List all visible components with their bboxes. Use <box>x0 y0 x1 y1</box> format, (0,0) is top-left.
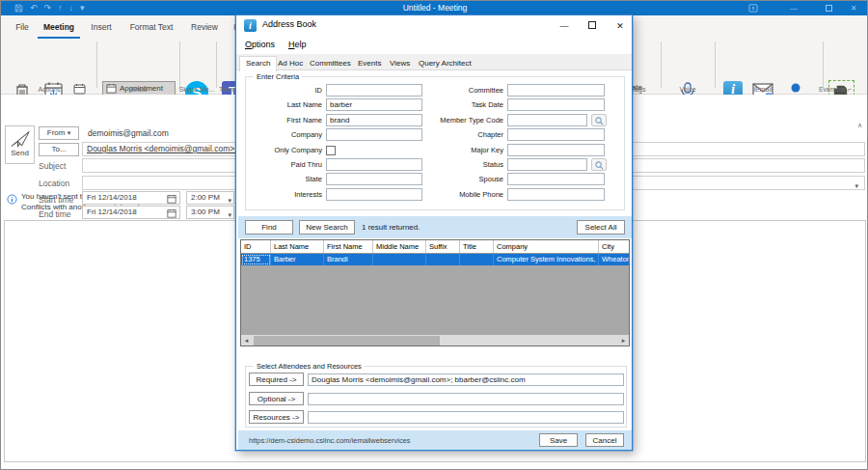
only-company-checkbox[interactable] <box>326 146 336 155</box>
status-lookup-button[interactable] <box>591 158 607 171</box>
tab-file[interactable]: File <box>9 15 36 39</box>
col-city[interactable]: City <box>599 240 629 253</box>
id-label: ID <box>248 84 322 97</box>
save-button[interactable]: Save <box>539 433 578 447</box>
col-last-name[interactable]: Last Name <box>271 240 324 253</box>
tab-review[interactable]: Review <box>186 15 223 39</box>
search-icon <box>595 117 604 125</box>
cell-last-name[interactable]: Barber <box>271 254 324 265</box>
cell-title[interactable] <box>460 254 494 265</box>
cell-middle-name[interactable] <box>373 254 426 265</box>
date-picker-icon[interactable] <box>167 194 176 204</box>
spouse-input[interactable] <box>507 173 605 185</box>
from-button[interactable]: From ▾ <box>39 126 79 140</box>
tab-meeting[interactable]: Meeting <box>38 15 80 39</box>
col-company[interactable]: Company <box>494 240 599 253</box>
tab-committees[interactable]: Committees <box>304 57 357 71</box>
state-input[interactable] <box>326 173 422 185</box>
mobile-phone-input[interactable] <box>507 188 605 201</box>
results-header-row: ID Last Name First Name Middle Name Suff… <box>241 240 629 254</box>
group-label-evernote: Evernote ⌐ <box>813 86 857 93</box>
status-input[interactable] <box>507 158 587 171</box>
ribbon-divider <box>715 41 716 88</box>
ribbon-display-options-icon[interactable] <box>746 1 761 15</box>
chapter-input[interactable] <box>507 128 605 141</box>
optional-input[interactable] <box>308 393 624 405</box>
cell-suffix[interactable] <box>426 254 460 265</box>
start-time-field[interactable]: 2:00 PM ▾ <box>186 191 234 205</box>
col-id[interactable]: ID <box>241 240 271 253</box>
tab-views[interactable]: Views <box>384 57 416 71</box>
dialog-title: Address Book <box>262 19 316 29</box>
end-date-field[interactable]: Fri 12/14/2018 <box>82 206 180 219</box>
end-time-field[interactable]: 3:00 PM ▾ <box>186 206 234 219</box>
location-dropdown-icon[interactable]: ▾ <box>854 180 858 190</box>
minimize-icon[interactable]: — <box>786 1 801 15</box>
address-book-dialog: i Address Book — ✕ Options Help Search A… <box>235 14 633 451</box>
search-icon <box>595 161 604 170</box>
mobile-phone-label: Mobile Phone <box>433 188 503 201</box>
required-button[interactable]: Required -> <box>249 373 304 386</box>
subject-label: Subject <box>39 161 66 171</box>
optional-button[interactable]: Optional -> <box>249 392 304 405</box>
new-search-button[interactable]: New Search <box>299 220 355 235</box>
major-key-input[interactable] <box>507 144 605 156</box>
last-name-input[interactable] <box>326 98 422 111</box>
find-strip <box>238 216 632 238</box>
member-type-code-input[interactable] <box>507 114 587 126</box>
resources-button[interactable]: Resources -> <box>249 410 304 424</box>
scroll-left-icon[interactable]: ◂ <box>241 335 252 346</box>
company-input[interactable] <box>326 128 422 141</box>
resources-input[interactable] <box>308 411 624 424</box>
dialog-launcher-icon[interactable]: ⌐ <box>848 86 852 93</box>
find-button[interactable]: Find <box>245 220 293 235</box>
dialog-titlebar: i Address Book — ✕ <box>236 15 632 37</box>
cancel-button[interactable]: Cancel <box>585 433 624 447</box>
horizontal-scrollbar[interactable]: ◂ ▸ <box>241 335 629 346</box>
cell-first-name[interactable]: Brandi <box>324 254 373 265</box>
task-date-label: Task Date <box>433 98 503 111</box>
required-input[interactable] <box>308 373 624 386</box>
tab-query-architect[interactable]: Query Architect <box>413 57 477 71</box>
dialog-minimize-icon[interactable]: — <box>552 15 577 37</box>
menu-help[interactable]: Help <box>288 40 307 49</box>
maximize-icon[interactable] <box>821 1 836 15</box>
scroll-right-icon[interactable]: ▸ <box>618 335 629 346</box>
member-type-code-lookup-button[interactable] <box>591 114 607 126</box>
date-picker-icon[interactable] <box>167 208 176 218</box>
group-label-voice: Voice <box>665 86 711 93</box>
cell-city[interactable]: Wheaton <box>599 254 629 265</box>
tab-insert[interactable]: Insert <box>86 15 117 39</box>
col-middle-name[interactable]: Middle Name <box>373 240 426 253</box>
start-date-field[interactable]: Fri 12/14/2018 <box>82 191 180 205</box>
ribbon-divider <box>96 41 97 88</box>
cell-company[interactable]: Computer System Innovations, Inc. <box>494 254 599 265</box>
scrollbar-thumb[interactable] <box>254 336 440 346</box>
id-input[interactable] <box>326 84 422 97</box>
dialog-maximize-icon[interactable] <box>580 15 605 37</box>
chapter-label: Chapter <box>433 128 503 141</box>
col-title[interactable]: Title <box>460 240 494 253</box>
committee-input[interactable] <box>507 84 605 97</box>
col-first-name[interactable]: First Name <box>324 240 373 253</box>
result-row-selected[interactable]: 1375 Barber Brandi Computer System Innov… <box>241 254 629 265</box>
tab-format-text[interactable]: Format Text <box>122 15 180 39</box>
task-date-input[interactable] <box>507 98 605 111</box>
cell-id[interactable]: 1375 <box>241 254 271 265</box>
select-all-button[interactable]: Select All <box>577 220 625 235</box>
info-icon <box>7 194 17 205</box>
first-name-label: First Name <box>248 114 322 126</box>
close-icon[interactable]: ✕ <box>846 1 861 15</box>
first-name-input[interactable] <box>326 114 422 126</box>
enter-criteria-legend: Enter Criteria <box>254 72 302 81</box>
interests-input[interactable] <box>326 188 422 201</box>
window-title: Untitled - Meeting <box>1 1 868 15</box>
tab-events[interactable]: Events <box>352 57 387 71</box>
send-button[interactable]: Send <box>5 125 35 164</box>
paid-thru-input[interactable] <box>326 158 422 171</box>
to-button[interactable]: To... <box>39 143 79 156</box>
menu-options[interactable]: Options <box>245 40 275 49</box>
dialog-close-icon[interactable]: ✕ <box>608 15 633 37</box>
results-table: ID Last Name First Name Middle Name Suff… <box>240 239 630 346</box>
col-suffix[interactable]: Suffix <box>426 240 460 253</box>
